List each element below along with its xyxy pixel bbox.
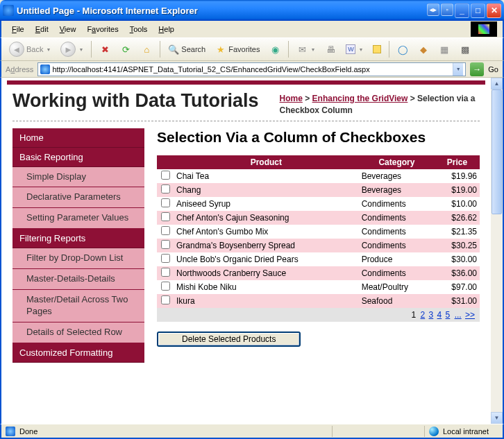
forward-button[interactable]: ►▼ xyxy=(57,40,87,59)
delete-selected-button[interactable]: Delete Selected Products xyxy=(157,332,301,347)
mail-button[interactable]: ✉▼ xyxy=(293,42,319,57)
ext-d-button[interactable]: ▩ xyxy=(456,42,474,57)
page-icon xyxy=(40,64,50,74)
row-checkbox[interactable] xyxy=(161,254,170,263)
ext-a-button[interactable]: ◯ xyxy=(394,42,412,57)
row-checkbox[interactable] xyxy=(161,171,170,180)
go-button[interactable]: → xyxy=(470,62,484,76)
cell-category: Seafood xyxy=(359,294,435,308)
address-input[interactable]: http://localhost:4141/ASPNET_Data_Tutori… xyxy=(37,62,466,76)
cell-product: Chef Anton's Gumbo Mix xyxy=(174,225,359,239)
row-checkbox[interactable] xyxy=(161,198,170,207)
minimize-button[interactable]: _ xyxy=(455,3,469,18)
favorites-button[interactable]: ★Favorites xyxy=(212,42,263,57)
pager: 1 2 3 4 5 ... >> xyxy=(157,308,480,322)
sidebar-item-basic-1[interactable]: Declarative Parameters xyxy=(12,187,144,208)
sidebar-section-basic[interactable]: Basic Reporting xyxy=(12,148,144,167)
ext-b-button[interactable]: ◆ xyxy=(414,42,432,57)
close-button[interactable]: ✕ xyxy=(487,3,501,18)
star-icon: ★ xyxy=(215,44,226,55)
table-row: Chef Anton's Gumbo MixCondiments$21.35 xyxy=(157,225,480,239)
menu-help[interactable]: Help xyxy=(153,24,179,35)
cell-category: Meat/Poultry xyxy=(359,280,435,294)
cell-product: Mishi Kobe Niku xyxy=(174,280,359,294)
sidebar-item-filtering-0[interactable]: Filter by Drop-Down List xyxy=(12,248,144,269)
menu-tools[interactable]: Tools xyxy=(125,24,153,35)
col-price: Price xyxy=(435,155,480,169)
ext-button-2[interactable]: ▫ xyxy=(441,3,453,16)
table-row: Northwoods Cranberry SauceCondiments$36.… xyxy=(157,266,480,280)
pager-page-5[interactable]: 5 xyxy=(446,310,451,320)
sidebar-item-home[interactable]: Home xyxy=(12,128,144,148)
home-button[interactable]: ⌂ xyxy=(137,42,156,57)
refresh-button[interactable]: ⟳ xyxy=(117,42,135,57)
pager-next[interactable]: >> xyxy=(465,310,475,320)
sidebar-item-basic-0[interactable]: Simple Display xyxy=(12,167,144,188)
cell-category: Condiments xyxy=(359,239,435,252)
back-icon: ◄ xyxy=(9,42,24,57)
search-button[interactable]: 🔍Search xyxy=(165,42,209,57)
breadcrumb-enh[interactable]: Enhancing the GridView xyxy=(312,94,408,103)
ext-b-icon: ◆ xyxy=(418,44,429,55)
address-dropdown[interactable]: ▼ xyxy=(453,63,463,76)
menu-edit[interactable]: Edit xyxy=(31,24,53,35)
row-checkbox[interactable] xyxy=(161,184,170,193)
note-icon xyxy=(373,45,381,53)
site-title: Working with Data Tutorials xyxy=(12,90,259,112)
cell-category: Condiments xyxy=(359,211,435,225)
cell-product: Uncle Bob's Organic Dried Pears xyxy=(174,252,359,266)
ext-c-button[interactable]: ▦ xyxy=(435,42,453,57)
vertical-scrollbar[interactable]: ▲ ▼ xyxy=(491,78,503,424)
row-checkbox[interactable] xyxy=(161,240,170,249)
row-checkbox[interactable] xyxy=(161,226,170,235)
sidebar-item-filtering-3[interactable]: Details of Selected Row xyxy=(12,322,144,343)
page-heading: Selection Via a Column of Checkboxes xyxy=(157,128,480,146)
pager-current: 1 xyxy=(411,310,416,320)
ext-c-icon: ▦ xyxy=(439,44,450,55)
sidebar-section-customized[interactable]: Customized Formatting xyxy=(12,343,144,363)
scroll-up-button[interactable]: ▲ xyxy=(491,78,503,89)
address-label: Address xyxy=(6,65,33,74)
stop-button[interactable]: ✖ xyxy=(96,42,114,57)
sidebar-item-filtering-2[interactable]: Master/Detail Across Two Pages xyxy=(12,290,144,322)
media-button[interactable]: ◉ xyxy=(266,42,284,57)
scroll-down-button[interactable]: ▼ xyxy=(491,412,503,424)
back-button[interactable]: ◄Back▼ xyxy=(6,40,54,59)
word-button[interactable]: W▼ xyxy=(342,42,367,56)
sidebar-item-basic-2[interactable]: Setting Parameter Values xyxy=(12,208,144,229)
zone-text: Local intranet xyxy=(443,427,489,436)
sidebar-item-filtering-1[interactable]: Master-Details-Details xyxy=(12,269,144,290)
pager-ellipsis[interactable]: ... xyxy=(455,310,462,320)
dash-divider xyxy=(12,121,480,121)
refresh-icon: ⟳ xyxy=(120,44,131,55)
cell-price: $19.96 xyxy=(435,169,480,183)
row-checkbox[interactable] xyxy=(161,268,170,277)
print-button[interactable]: 🖶 xyxy=(321,42,339,57)
row-checkbox[interactable] xyxy=(161,212,170,221)
menu-favorites[interactable]: Favorites xyxy=(82,24,123,35)
menu-file[interactable]: File xyxy=(7,24,29,35)
cell-product: Chang xyxy=(174,183,359,197)
breadcrumb-home[interactable]: Home xyxy=(280,94,303,103)
maximize-button[interactable]: □ xyxy=(471,3,485,18)
col-checkbox xyxy=(157,155,174,169)
sidebar: Home Basic Reporting Simple DisplayDecla… xyxy=(12,128,144,363)
sidebar-section-filtering[interactable]: Filtering Reports xyxy=(12,229,144,248)
cell-price: $19.00 xyxy=(435,183,480,197)
pager-page-2[interactable]: 2 xyxy=(421,310,426,320)
cell-product: Chef Anton's Cajun Seasoning xyxy=(174,211,359,225)
ie-icon xyxy=(3,5,14,16)
pager-page-4[interactable]: 4 xyxy=(437,310,442,320)
mail-icon: ✉ xyxy=(296,44,308,55)
menu-view[interactable]: View xyxy=(55,24,81,35)
pager-page-3[interactable]: 3 xyxy=(429,310,434,320)
main-content: Selection Via a Column of Checkboxes Pro… xyxy=(157,128,480,363)
cell-price: $26.62 xyxy=(435,211,480,225)
col-category: Category xyxy=(359,155,435,169)
row-checkbox[interactable] xyxy=(161,295,170,304)
note-button[interactable] xyxy=(369,43,385,55)
scroll-thumb[interactable] xyxy=(492,89,502,214)
row-checkbox[interactable] xyxy=(161,282,170,291)
cell-price: $30.00 xyxy=(435,252,480,266)
ext-button-1[interactable]: ◂▸ xyxy=(427,3,439,16)
